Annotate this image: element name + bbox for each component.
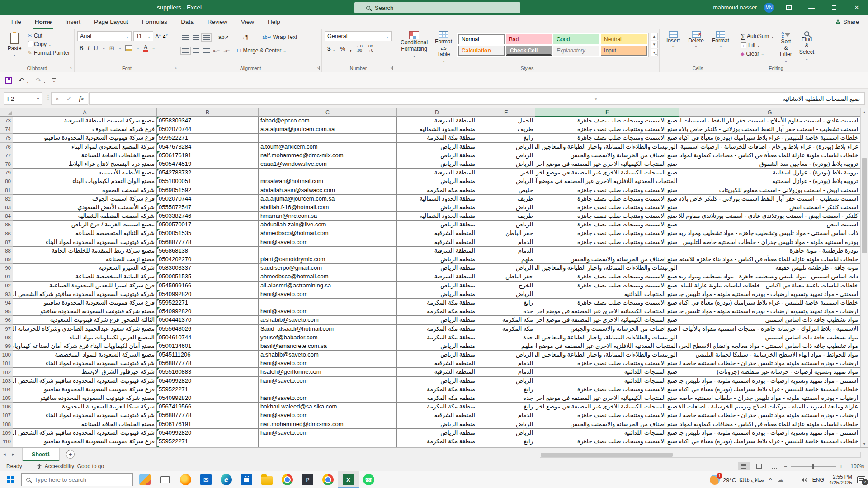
cell-G74[interactable]: اسمنت تشطيب - اسمنت حفر آبار النفط اسمنت…	[679, 125, 860, 134]
cell-E109[interactable]: الرياض	[477, 429, 535, 437]
row-header-81[interactable]: 81	[0, 186, 13, 195]
cell-E87[interactable]: الدمام	[477, 238, 535, 247]
cell-F74[interactable]: صنع الاسمنت ومنتجات صلب نصف جاهزة	[535, 125, 679, 134]
column-header-e[interactable]: E	[477, 108, 535, 117]
top-align-button[interactable]	[182, 35, 189, 40]
cell-G103[interactable]: اسمنتي - مواد تمهيد وتسوية ارضيات - بودر…	[679, 377, 860, 385]
cell-E91[interactable]: حفر الباطن	[477, 272, 535, 281]
paste-button[interactable]: Paste ⌄	[3, 31, 26, 64]
borders-dropdown-icon[interactable]: ⌄	[118, 46, 122, 50]
cell-D106[interactable]: منطقة مكة المكرمة	[397, 403, 477, 411]
widget-icon-slot[interactable]	[135, 471, 155, 488]
cell-A107[interactable]: شركة فيتونيت السعودية المحدوده لمواد الب…	[13, 411, 157, 420]
row-header-95[interactable]: 95	[0, 307, 13, 316]
cell-E108[interactable]: الرياض	[477, 420, 535, 429]
cell-F99[interactable]: المنتجات المعدنية اللافلزية الاخرى غير ا…	[535, 342, 679, 351]
cell-D100[interactable]: منطقة الرياض	[397, 351, 477, 359]
cell-F79[interactable]: صنع المنتجات الكيميائية الاخرى غير المصن…	[535, 169, 679, 177]
cell-E102[interactable]: الدمام	[477, 368, 535, 376]
cell-F75[interactable]: صنع الاسمنت ومنتجات صلب نصف جاهزة	[535, 134, 679, 142]
zoom-slider-thumb[interactable]	[812, 464, 814, 469]
cell-F102[interactable]: صنع المنتجات اللدائنية	[535, 368, 679, 376]
comma-style-button[interactable]: ,	[350, 45, 352, 52]
next-sheet-icon[interactable]: ▸	[9, 451, 18, 457]
cell-D105[interactable]: منطقة مكة المكرمة	[397, 394, 477, 403]
row-header-105[interactable]: 105	[0, 394, 13, 403]
align-center-button[interactable]	[193, 48, 199, 53]
page-layout-view-button[interactable]	[753, 462, 765, 470]
cell-style-good[interactable]: Good	[553, 34, 599, 44]
cell-E74[interactable]: طريف	[477, 125, 535, 134]
cell-style-normal[interactable]: Normal	[458, 34, 505, 44]
cell-A110[interactable]: فرع شركة فيتونيت السعودية المحدودة سافيت…	[13, 437, 157, 446]
cell-F95[interactable]: صنع المنتجات الكيميائية الاخرى غير المصن…	[535, 307, 679, 316]
cell-D108[interactable]: منطقة الرياض	[397, 420, 477, 429]
name-box-dropdown-icon[interactable]: ▾	[37, 97, 39, 101]
cell-F81[interactable]: صنع الاسمنت ومنتجات صلب نصف جاهزة	[535, 186, 679, 195]
cell-B100[interactable]: 0545111206	[157, 351, 259, 359]
cell-F108[interactable]: صنع اصناف من الخرسانة والاسمنت والجبس	[535, 420, 679, 429]
cell-G109[interactable]: اسمنتي - مواد تمهيد وتسوية ارضيات - بودر…	[679, 429, 860, 437]
cell-C89[interactable]: plant@osmotdrymix.com	[259, 255, 397, 264]
start-button[interactable]	[0, 471, 21, 488]
cell-B81[interactable]: 0569051592	[157, 186, 259, 195]
cell-E106[interactable]: رابغ	[477, 403, 535, 411]
edge-icon-slot[interactable]: e	[216, 471, 236, 488]
search-box[interactable]: Search	[354, 2, 520, 13]
cell-A91[interactable]: شركة الثنائية المتخصصة للصناعة	[13, 272, 157, 281]
row-header-75[interactable]: 75	[0, 134, 13, 142]
cell-B109[interactable]: 0540992820	[157, 429, 259, 437]
avatar[interactable]: MN	[764, 3, 774, 13]
number-dialog-launcher[interactable]: ↘	[389, 66, 393, 70]
cell-D89[interactable]: منطقة الرياض	[397, 255, 477, 264]
minimize-button[interactable]: —	[804, 0, 819, 15]
cell-B98[interactable]: 0504610744	[157, 333, 259, 342]
cell-B93[interactable]: 0540992820	[157, 290, 259, 299]
cell-B74[interactable]: 0502070744	[157, 125, 259, 134]
cell-F109[interactable]: صنع المنتجات اللدائنية	[535, 429, 679, 437]
row-header-102[interactable]: 102	[0, 368, 13, 376]
cell-G107[interactable]: ارضيات - بودرة اسمنتية ملونة مواد تلبيس …	[679, 411, 860, 420]
cell-A109[interactable]: شركة فيتونيت السعودية المحدودة سافيتو شر…	[13, 429, 157, 437]
cell-A75[interactable]: فرع شركة فيتونيت السعودية المحدودة سافيت…	[13, 134, 157, 142]
cell-G94[interactable]: خلطات اسمنتية خاصة للتلبيس - غراء بلاط س…	[679, 299, 860, 307]
cell-D75[interactable]: منطقة مكة المكرمة	[397, 134, 477, 142]
chrome-icon-slot[interactable]	[277, 471, 297, 488]
cell-B85[interactable]: 0500570017	[157, 221, 259, 229]
cell-E79[interactable]: الخبر	[477, 169, 535, 177]
show-hidden-icons-button[interactable]: ^	[769, 477, 772, 483]
row-header-93[interactable]: 93	[0, 290, 13, 299]
cell-C104[interactable]	[259, 385, 397, 394]
cell-B99[interactable]: 0500134601	[157, 342, 259, 351]
cell-A77[interactable]: مصنع الخلطات الجافة للصناعة	[13, 151, 157, 160]
cell-G99[interactable]: مواد تشطيب جافة ذات اساس اسمنتي - مواد م…	[679, 342, 860, 351]
excel-icon-slot[interactable]: X	[338, 471, 359, 488]
cell-A101[interactable]: شركة فيتونيت السعودية المحدوده لمواد الب…	[13, 359, 157, 368]
cell-G93[interactable]: اسمنتي - مواد تمهيد وتسوية ارضيات - بودر…	[679, 290, 860, 299]
cell-B84[interactable]: 0503382746	[157, 212, 259, 221]
cell-B79[interactable]: 0542783732	[157, 169, 259, 177]
cell-D101[interactable]: المنطقة الشرقية	[397, 359, 477, 368]
add-sheet-button[interactable]: +	[66, 450, 75, 459]
save-button[interactable]	[5, 77, 12, 84]
cell-F88[interactable]	[535, 247, 679, 255]
cell-C110[interactable]	[259, 437, 397, 446]
accessibility-status[interactable]: Accessibility: Good to go	[37, 463, 104, 469]
cell-F83[interactable]: صنع الاسمنت ومنتجات صلب نصف جاهزة	[535, 203, 679, 212]
row-header-92[interactable]: 92	[0, 282, 13, 290]
cell-F87[interactable]: صنع الاسمنت ومنتجات صلب نصف جاهزة	[535, 238, 679, 247]
cell-G79[interactable]: ترويبة بلاط (بودرة) - عوازل اسفلتية	[679, 169, 860, 177]
cell-A81[interactable]: شركة اسمنت الصفوه	[13, 186, 157, 195]
cell-F86[interactable]: صنع الاسمنت ومنتجات صلب نصف جاهزة	[535, 229, 679, 238]
cell-G100[interactable]: مواد للحوائط - مواد انهاء الاسطح الخرسان…	[679, 351, 860, 359]
cell-G106[interactable]: عازلة ومانعة لتسريب المياه - مركبات اصلا…	[679, 403, 860, 411]
cell-E85[interactable]: الرياض	[477, 221, 535, 229]
chrome-2-icon-slot[interactable]	[318, 471, 338, 488]
cell-B110[interactable]: 559522271	[157, 437, 259, 446]
cell-F93[interactable]: صنع المنتجات اللدائنية	[535, 290, 679, 299]
cell-F104[interactable]: صنع الاسمنت ومنتجات صلب نصف جاهزة	[535, 385, 679, 394]
sort-filter-button[interactable]: AZ Sort & Filter ⌄	[777, 31, 795, 64]
cell-A84[interactable]: شركة اسمنت المنطقة الشمالية	[13, 212, 157, 221]
font-color-button[interactable]: A	[143, 44, 148, 52]
fill-color-button[interactable]	[125, 45, 132, 51]
